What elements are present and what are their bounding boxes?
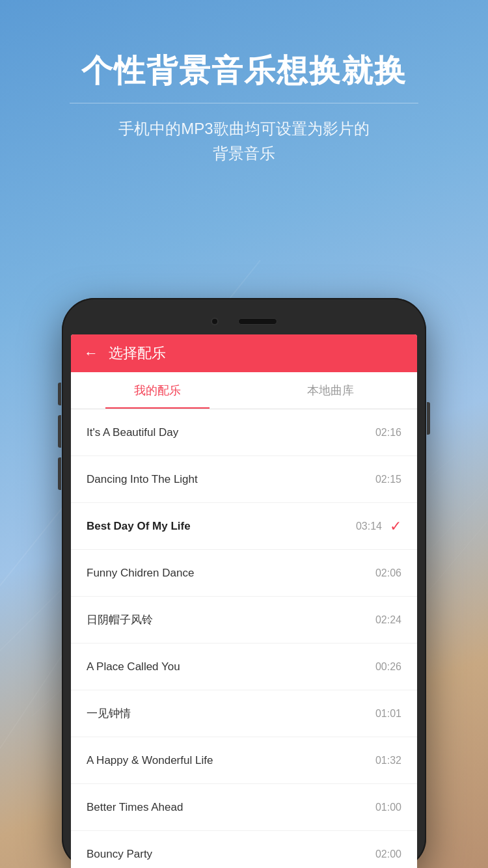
- volume-up-button: [58, 415, 61, 448]
- song-item[interactable]: 一见钟情 01:01: [71, 690, 417, 737]
- title-divider: [70, 103, 418, 103]
- song-item[interactable]: Bouncy Party 02:00: [71, 831, 417, 868]
- page-main-title: 个性背景音乐想换就换: [26, 52, 462, 90]
- song-item[interactable]: A Happy & Wonderful Life 01:32: [71, 737, 417, 784]
- phone-screen: ← 选择配乐 我的配乐 本地曲库 It's A Beautiful Day 02…: [71, 334, 417, 868]
- power-button: [427, 402, 430, 435]
- screen-title: 选择配乐: [109, 344, 166, 363]
- song-item-selected[interactable]: Best Day Of My Life 03:14 ✓: [71, 503, 417, 550]
- song-item[interactable]: It's A Beautiful Day 02:16: [71, 409, 417, 456]
- tab-local-library[interactable]: 本地曲库: [244, 372, 417, 409]
- tabs-bar: 我的配乐 本地曲库: [71, 372, 417, 409]
- song-list: It's A Beautiful Day 02:16 Dancing Into …: [71, 409, 417, 868]
- song-item[interactable]: 日阴帽子风铃 02:24: [71, 597, 417, 644]
- app-header: ← 选择配乐: [71, 334, 417, 372]
- silent-button: [58, 383, 61, 405]
- phone-frame: ← 选择配乐 我的配乐 本地曲库 It's A Beautiful Day 02…: [62, 298, 426, 868]
- song-item[interactable]: Funny Chidren Dance 02:06: [71, 550, 417, 597]
- back-button[interactable]: ←: [84, 346, 98, 360]
- page-subtitle: 手机中的MP3歌曲均可设置为影片的背景音乐: [26, 116, 462, 167]
- phone-top-bar: [71, 311, 417, 334]
- front-camera: [211, 318, 219, 325]
- checkmark-icon: ✓: [390, 518, 401, 535]
- earpiece-speaker: [238, 318, 277, 325]
- song-item[interactable]: A Place Called You 00:26: [71, 644, 417, 690]
- phone-mockup: ← 选择配乐 我的配乐 本地曲库 It's A Beautiful Day 02…: [62, 298, 426, 868]
- volume-down-button: [58, 457, 61, 490]
- tab-my-music[interactable]: 我的配乐: [71, 372, 244, 409]
- song-item[interactable]: Better Times Ahead 01:00: [71, 784, 417, 831]
- song-item[interactable]: Dancing Into The Light 02:15: [71, 456, 417, 503]
- top-text-section: 个性背景音乐想换就换 手机中的MP3歌曲均可设置为影片的背景音乐: [0, 0, 488, 192]
